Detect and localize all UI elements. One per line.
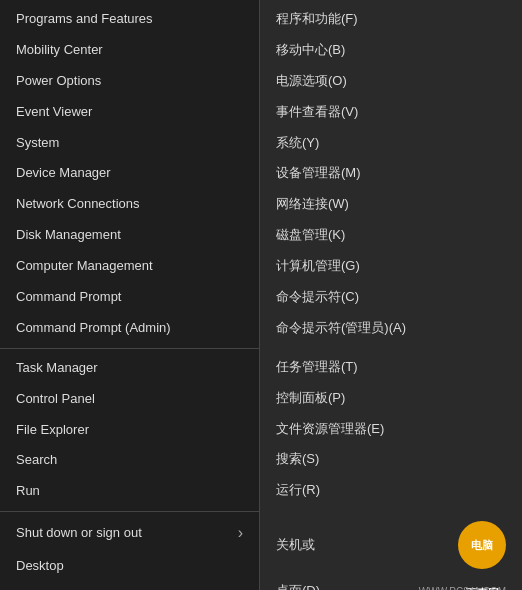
divider-2: [0, 511, 259, 512]
menu-item-search[interactable]: Search: [0, 445, 259, 476]
right-menu-item-event[interactable]: 事件查看器(V): [260, 97, 522, 128]
right-menu-item-cmd-admin[interactable]: 命令提示符(管理员)(A): [260, 313, 522, 344]
menu-item-network[interactable]: Network Connections: [0, 189, 259, 220]
menu-item-cmd-admin[interactable]: Command Prompt (Admin): [0, 313, 259, 344]
watermark-badge: 电脑百事网: [458, 521, 506, 569]
watermark-url: WWW.PC841.COM: [419, 585, 506, 590]
left-menu-panel: Programs and Features Mobility Center Po…: [0, 0, 260, 590]
menu-item-taskmgr[interactable]: Task Manager: [0, 353, 259, 384]
right-menu-item-control[interactable]: 控制面板(P): [260, 383, 522, 414]
right-menu-item-disk[interactable]: 磁盘管理(K): [260, 220, 522, 251]
right-menu-item-taskmgr[interactable]: 任务管理器(T): [260, 352, 522, 383]
menu-item-event[interactable]: Event Viewer: [0, 97, 259, 128]
divider-1: [0, 348, 259, 349]
menu-item-run[interactable]: Run: [0, 476, 259, 507]
menu-item-computer[interactable]: Computer Management: [0, 251, 259, 282]
menu-item-system[interactable]: System: [0, 128, 259, 159]
right-menu-item-power[interactable]: 电源选项(O): [260, 66, 522, 97]
right-menu-item-explorer[interactable]: 文件资源管理器(E): [260, 414, 522, 445]
menu-item-cmd[interactable]: Command Prompt: [0, 282, 259, 313]
right-menu-item-desktop[interactable]: 桌面(D) WWW.PC841.COM: [260, 576, 522, 590]
menu-item-power[interactable]: Power Options: [0, 66, 259, 97]
right-menu-item-mobility[interactable]: 移动中心(B): [260, 35, 522, 66]
right-menu-item-run[interactable]: 运行(R): [260, 475, 522, 506]
right-menu-item-programs[interactable]: 程序和功能(F): [260, 4, 522, 35]
right-menu-item-network[interactable]: 网络连接(W): [260, 189, 522, 220]
menu-item-shutdown[interactable]: Shut down or sign out: [0, 516, 259, 551]
right-menu-panel: 程序和功能(F) 移动中心(B) 电源选项(O) 事件查看器(V) 系统(Y) …: [260, 0, 522, 590]
right-menu-item-shutdown[interactable]: 关机或 电脑百事网: [260, 514, 522, 576]
menu-item-explorer[interactable]: File Explorer: [0, 415, 259, 446]
right-menu-item-computer[interactable]: 计算机管理(G): [260, 251, 522, 282]
right-menu-item-device[interactable]: 设备管理器(M): [260, 158, 522, 189]
menu-item-device[interactable]: Device Manager: [0, 158, 259, 189]
menu-item-desktop[interactable]: Desktop: [0, 551, 259, 582]
menu-item-control[interactable]: Control Panel: [0, 384, 259, 415]
right-menu-item-system[interactable]: 系统(Y): [260, 128, 522, 159]
menu-item-programs[interactable]: Programs and Features: [0, 4, 259, 35]
right-menu-item-cmd[interactable]: 命令提示符(C): [260, 282, 522, 313]
menu-item-mobility[interactable]: Mobility Center: [0, 35, 259, 66]
right-menu-item-search[interactable]: 搜索(S): [260, 444, 522, 475]
menu-item-disk[interactable]: Disk Management: [0, 220, 259, 251]
